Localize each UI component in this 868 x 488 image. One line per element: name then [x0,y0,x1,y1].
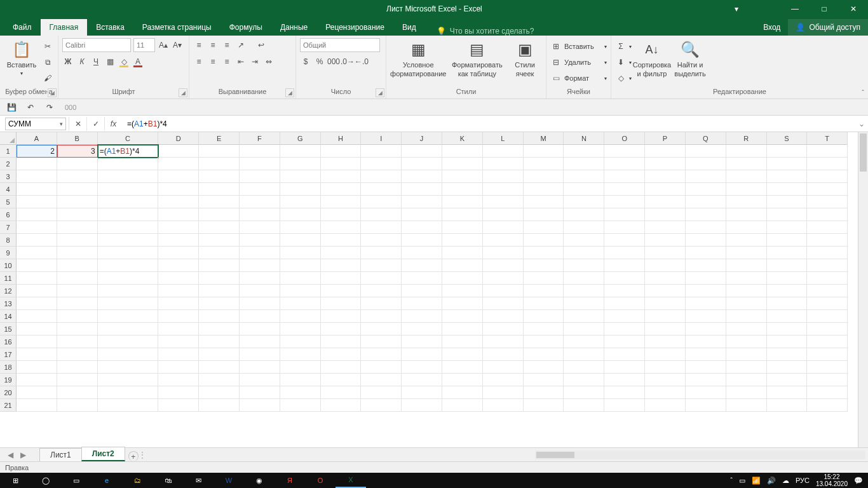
cell-C1[interactable]: =(A1+B1)*4 [98,145,159,158]
cell-P17[interactable] [645,348,686,361]
cell-A19[interactable] [17,374,57,386]
cell-G20[interactable] [280,386,321,399]
cell-T19[interactable] [807,374,848,386]
cell-L17[interactable] [483,348,524,361]
cell-D10[interactable] [158,259,199,272]
cell-R4[interactable] [726,183,767,196]
cell-H15[interactable] [321,323,362,336]
tray-chevron-icon[interactable]: ˆ [730,477,733,484]
cell-J20[interactable] [402,386,442,399]
decrease-font-icon[interactable]: A▾ [172,39,183,51]
tab-home[interactable]: Главная [41,19,88,36]
save-icon[interactable]: 💾 [5,101,18,114]
cell-O11[interactable] [604,272,645,285]
cell-J19[interactable] [402,374,442,386]
cell-B9[interactable] [57,247,98,259]
cell-Q14[interactable] [686,310,726,323]
cell-C2[interactable] [98,158,159,170]
cell-L15[interactable] [483,323,524,336]
expand-formula-bar-icon[interactable]: ⌄ [855,119,868,128]
cell-I10[interactable] [361,259,402,272]
cell-T15[interactable] [807,323,848,336]
decrease-decimal-icon[interactable]: ←.0 [356,56,367,67]
cell-L3[interactable] [483,170,524,183]
cell-P10[interactable] [645,259,686,272]
cell-A20[interactable] [17,386,57,399]
cell-D5[interactable] [158,196,199,208]
cell-G12[interactable] [280,285,321,297]
cell-T3[interactable] [807,170,848,183]
cell-L7[interactable] [483,221,524,234]
cell-F17[interactable] [240,348,280,361]
cell-S18[interactable] [767,361,808,374]
column-header-A[interactable]: A [17,132,57,145]
cell-J5[interactable] [402,196,442,208]
cell-F2[interactable] [240,158,280,170]
cell-D19[interactable] [158,374,199,386]
row-header-20[interactable]: 20 [0,386,17,399]
cell-I1[interactable] [361,145,402,158]
row-header-8[interactable]: 8 [0,234,17,247]
cell-C17[interactable] [98,348,159,361]
tab-scroll-split[interactable]: ⋮ [139,451,146,459]
cell-G9[interactable] [280,247,321,259]
alignment-dialog-launcher[interactable]: ◢ [285,88,294,97]
cell-J6[interactable] [402,208,442,221]
column-header-Q[interactable]: Q [686,132,726,145]
cell-R13[interactable] [726,297,767,310]
clipboard-dialog-launcher[interactable]: ◢ [48,88,57,97]
autosum-icon[interactable]: Σ [615,41,627,52]
cell-J17[interactable] [402,348,442,361]
cell-K20[interactable] [442,386,483,399]
cell-E15[interactable] [199,323,240,336]
cell-P14[interactable] [645,310,686,323]
cancel-formula-button[interactable]: ✕ [69,117,86,131]
cell-C9[interactable] [98,247,159,259]
cell-G4[interactable] [280,183,321,196]
row-header-16[interactable]: 16 [0,336,17,348]
column-header-L[interactable]: L [483,132,524,145]
cell-K3[interactable] [442,170,483,183]
cell-N8[interactable] [564,234,604,247]
column-header-P[interactable]: P [645,132,686,145]
cell-H17[interactable] [321,348,362,361]
cell-I3[interactable] [361,170,402,183]
cell-M14[interactable] [524,310,564,323]
fill-icon[interactable]: ⬇ [615,57,627,68]
taskbar-app-edge[interactable]: e [92,473,122,488]
vertical-scroll-thumb[interactable] [860,133,867,172]
cell-N1[interactable] [564,145,604,158]
cell-J18[interactable] [402,361,442,374]
cell-F1[interactable] [240,145,280,158]
cell-F3[interactable] [240,170,280,183]
cell-G14[interactable] [280,310,321,323]
cell-R16[interactable] [726,336,767,348]
cell-H19[interactable] [321,374,362,386]
cell-E17[interactable] [199,348,240,361]
cell-O13[interactable] [604,297,645,310]
cell-H11[interactable] [321,272,362,285]
cell-I19[interactable] [361,374,402,386]
cell-E19[interactable] [199,374,240,386]
cell-A12[interactable] [17,285,57,297]
cell-I6[interactable] [361,208,402,221]
cell-I18[interactable] [361,361,402,374]
column-header-M[interactable]: M [524,132,564,145]
cell-R14[interactable] [726,310,767,323]
cell-H1[interactable] [321,145,362,158]
merge-center-icon[interactable]: ⇔ [263,56,275,67]
column-header-H[interactable]: H [321,132,362,145]
cell-O4[interactable] [604,183,645,196]
cell-C7[interactable] [98,221,159,234]
align-center-icon[interactable]: ≡ [207,56,219,67]
cell-N17[interactable] [564,348,604,361]
cell-D12[interactable] [158,285,199,297]
cell-B12[interactable] [57,285,98,297]
cell-B17[interactable] [57,348,98,361]
cell-E7[interactable] [199,221,240,234]
cell-J11[interactable] [402,272,442,285]
cell-F14[interactable] [240,310,280,323]
cell-B15[interactable] [57,323,98,336]
cell-L21[interactable] [483,399,524,412]
cell-P11[interactable] [645,272,686,285]
